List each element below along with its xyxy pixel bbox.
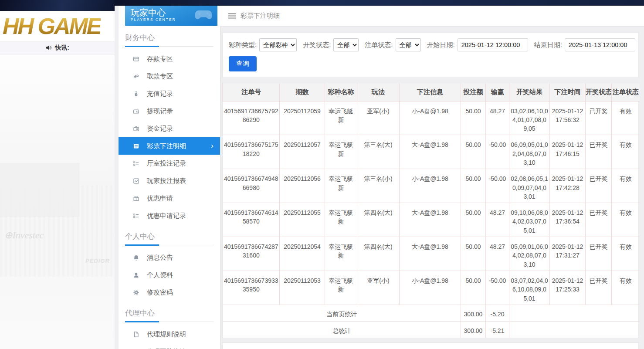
cell-win-loss: 48.27	[486, 203, 509, 237]
menu-item-icon	[133, 73, 139, 80]
menu-item-icon	[133, 331, 139, 338]
cell-bet-info: 小-A盘@1.98	[400, 271, 461, 305]
news-marquee: 快讯:	[0, 41, 115, 54]
sidebar-menu-item[interactable]: 优惠申请 ›	[119, 190, 220, 207]
menu-item-icon	[133, 143, 139, 149]
cell-order-status: 有效	[612, 237, 640, 271]
sidebar-menu-item[interactable]: 存款专区 ›	[119, 50, 220, 68]
sidebar-menu-item[interactable]: 消息公告 ›	[119, 249, 220, 266]
sidebar-group-items: 存款专区 › 取款专区 › 充值记录 ›	[119, 50, 220, 224]
total-stats-label: 总统计	[223, 321, 461, 338]
bets-table-card: 注单号期数彩种名称玩法下注信息投注额输赢开奖结果下注时间开奖状态注单状态 401…	[222, 83, 639, 338]
search-button[interactable]: 查询	[229, 56, 257, 71]
menu-item-icon	[133, 160, 139, 167]
cell-period: 20250112054	[280, 237, 325, 271]
sidebar: 玩家中心 PLAYERS CENTER 财务中心 存款专区 ›	[119, 6, 220, 349]
cell-win-loss: 48.27	[486, 237, 509, 271]
cell-win-loss: -50.00	[486, 135, 509, 169]
table-row: 401569173667461458570 20250112055 幸运飞艇新 …	[223, 203, 640, 237]
sidebar-menu-item[interactable]: 代理规则说明 ›	[119, 325, 220, 343]
column-header: 输赢	[486, 83, 509, 101]
sidebar-menu-item[interactable]: 玩家投注报表 ›	[119, 172, 220, 190]
sidebar-menu-item[interactable]: 彩票下注明细 ›	[119, 137, 220, 155]
cell-draw-result: 02,08,06,05,10,09,07,04,03,01	[509, 169, 550, 203]
cell-period: 20250112059	[280, 101, 325, 135]
sidebar-menu-item[interactable]: 修改密码 ›	[119, 284, 220, 301]
draw-status-select[interactable]: 全部	[333, 38, 359, 51]
sidebar-menu-item[interactable]: 取款专区 ›	[119, 68, 220, 85]
cell-bet-amount: 50.00	[461, 237, 486, 271]
menu-item-label: 修改密码	[147, 288, 173, 297]
sidebar-menu-item[interactable]: 优惠申请记录 ›	[119, 207, 220, 224]
sidebar-group-items: 消息公告 › 个人资料 › 修改密码 ›	[119, 249, 220, 301]
right-side: 玩家中心 PLAYERS CENTER 财务中心 存款专区 ›	[115, 0, 644, 349]
cell-play-type: 第三名(大)	[357, 135, 400, 169]
menu-item-icon	[133, 56, 139, 62]
menu-item-icon	[133, 195, 139, 202]
sidebar-group: 代理中心 代理规则说明 › 代理团队统计 ›	[119, 308, 220, 349]
cell-bet-time: 2025-01-12 17:56:32	[550, 101, 586, 135]
speaker-icon	[45, 44, 52, 51]
sidebar-menu-item[interactable]: 充值记录 ›	[119, 85, 220, 102]
end-date-input[interactable]	[565, 38, 635, 51]
sidebar-menu-item[interactable]: 代理团队统计 ›	[119, 343, 220, 349]
pagination-bar: 每页显示20条 共6条 首页 上一页 [1] 下一页 第 页 跳转	[222, 342, 639, 349]
cell-order-status: 有效	[612, 169, 640, 203]
column-header: 注单状态	[612, 83, 640, 101]
cell-lottery-name: 幸运飞艇新	[325, 135, 357, 169]
table-row: 401569173667517518220 20250112057 幸运飞艇新 …	[223, 135, 640, 169]
column-header: 期数	[280, 83, 325, 101]
cell-draw-result: 06,09,05,01,02,04,08,07,03,10	[509, 135, 550, 169]
menu-item-label: 消息公告	[147, 254, 173, 262]
menu-item-icon	[133, 125, 139, 132]
total-stats-empty	[509, 321, 640, 338]
cell-draw-status: 已开奖	[586, 169, 612, 203]
sidebar-group-title: 个人中心	[125, 231, 220, 241]
cell-lottery-name: 幸运飞艇新	[325, 101, 357, 135]
draw-status-label: 开奖状态:	[303, 41, 331, 49]
brand-logo: HH GAME	[3, 13, 101, 39]
sidebar-menu-item[interactable]: 提现记录 ›	[119, 102, 220, 120]
start-date-input[interactable]	[458, 38, 528, 51]
cell-order-id: 401569173667428731600	[223, 237, 280, 271]
sidebar-menu-item[interactable]: 厅室投注记录 ›	[119, 155, 220, 172]
page-stats-label: 当前页统计	[223, 305, 461, 321]
cell-period: 20250112055	[280, 203, 325, 237]
order-status-select[interactable]: 全部	[396, 38, 421, 51]
page: HH GAME 快讯: ⊕Investec PEDIGR 玩家中心 PLAYER…	[0, 0, 644, 349]
chevron-right-icon: ›	[211, 142, 214, 150]
cell-bet-info: 大-A盘@1.98	[400, 135, 461, 169]
column-header: 下注时间	[550, 83, 586, 101]
hamburger-icon[interactable]	[228, 13, 236, 19]
column-header: 彩种名称	[325, 83, 357, 101]
filter-panel: 彩种类型: 全部彩种 开奖状态: 全部 注单状态: 全部	[222, 33, 639, 77]
cell-bet-amount: 50.00	[461, 101, 486, 135]
cell-draw-result: 03,02,06,10,04,01,07,08,09,05	[509, 101, 550, 135]
sidebar-menu-item[interactable]: 个人资料 ›	[119, 266, 220, 284]
table-row: 401569173667393335950 20250112053 幸运飞艇新 …	[223, 271, 640, 305]
cell-play-type: 亚军(小)	[357, 271, 400, 305]
cell-order-id: 401569173667579286290	[223, 101, 280, 135]
cell-lottery-name: 幸运飞艇新	[325, 271, 357, 305]
cell-bet-amount: 50.00	[461, 169, 486, 203]
sidebar-menu-item[interactable]: 资金记录 ›	[119, 120, 220, 137]
watermark-investec: ⊕Investec	[4, 230, 44, 241]
cell-order-id: 401569173667393335950	[223, 271, 280, 305]
cell-period: 20250112056	[280, 169, 325, 203]
menu-item-label: 提现记录	[147, 107, 173, 115]
menu-item-icon	[133, 289, 139, 296]
page-stats-empty	[509, 305, 640, 321]
menu-item-label: 代理团队统计	[147, 348, 186, 349]
cell-order-status: 有效	[612, 271, 640, 305]
page-stats-row: 当前页统计 300.00 -5.20	[223, 305, 640, 321]
stadium-background: ⊕Investec PEDIGR	[0, 54, 115, 349]
cell-order-id: 401569173667461458570	[223, 203, 280, 237]
menu-item-label: 玩家投注报表	[147, 177, 186, 185]
cell-draw-status: 已开奖	[586, 101, 612, 135]
logo-block: HH GAME	[0, 11, 115, 41]
lottery-type-select[interactable]: 全部彩种	[259, 38, 297, 51]
menu-item-icon	[133, 91, 139, 97]
table-row: 401569173667494866980 20250112056 幸运飞艇新 …	[223, 169, 640, 203]
cell-order-status: 有效	[612, 101, 640, 135]
bets-table: 注单号期数彩种名称玩法下注信息投注额输赢开奖结果下注时间开奖状态注单状态 401…	[223, 83, 640, 338]
